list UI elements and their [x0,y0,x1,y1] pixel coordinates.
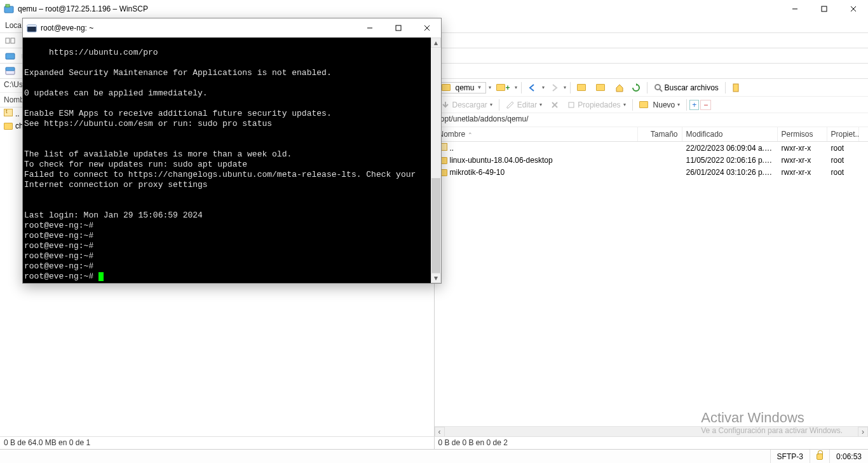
col-modified[interactable]: Modificado [682,127,778,141]
scroll-thumb[interactable] [431,178,440,273]
col-size[interactable]: Tamaño [638,127,682,141]
sort-asc-icon: ⌃ [468,132,473,138]
app-icon [4,4,14,14]
chevron-down-icon: ▼ [477,85,482,90]
svg-point-11 [655,85,660,90]
terminal-wrap: https://ubuntu.com/pro Expanded Security… [23,38,441,283]
remote-grid-header: Nombre⌃ Tamaño Modificado Permisos Propi… [435,127,869,142]
props-label: Propiedades [578,100,620,109]
back-button[interactable] [526,83,539,93]
terminal[interactable]: https://ubuntu.com/pro Expanded Security… [23,38,431,283]
remote-pane: qemu ▼ ▾ + ▾ ▾ ▾ Buscar archiv [435,79,869,449]
putty-window[interactable]: root@eve-ng: ~ https://ubuntu.com/pro Ex… [22,18,442,284]
drive-icon[interactable] [3,66,18,77]
plus-button[interactable]: + [689,100,699,110]
putty-maximize-button[interactable] [384,18,412,38]
putty-titlebar[interactable]: root@eve-ng: ~ [23,18,441,38]
svg-rect-6 [6,38,10,43]
table-row[interactable]: mikrotik-6-49-1026/01/2024 03:10:26 p. m… [435,166,869,178]
status-proto: SFTP-3 [770,450,810,463]
svg-rect-8 [6,53,15,59]
putty-title: root@eve-ng: ~ [41,24,355,32]
delete-button[interactable] [547,100,562,110]
svg-line-12 [660,89,662,92]
new-button[interactable]: Nuevo ▾ [635,99,684,111]
svg-rect-18 [27,25,36,27]
svg-rect-20 [396,25,401,31]
download-button[interactable]: Descargar ▾ [437,99,496,111]
properties-button[interactable]: Propiedades ▾ [564,99,629,111]
refresh-button[interactable] [629,82,643,93]
maximize-button[interactable] [810,0,839,18]
folder-icon [442,84,451,91]
status-lock [810,450,829,463]
svg-rect-13 [733,84,738,92]
table-row[interactable]: linux-ubuntu-18.04.06-desktop11/05/2022 … [435,154,869,166]
parent-dir-icon [4,109,13,116]
minus-button[interactable]: − [700,100,711,110]
titlebar: qemu – root@172.25.1.196 – WinSCP [0,0,868,18]
col-permissions[interactable]: Permisos [778,127,827,141]
dir-up-button[interactable] [574,83,591,92]
statusbar: SFTP-3 0:06:53 [0,449,868,463]
download-label: Descargar [452,100,487,109]
local-status: 0 B de 64.0 MB en 0 de 1 [0,436,434,449]
remote-nav: qemu ▼ ▾ + ▾ ▾ ▾ Buscar archiv [435,79,869,97]
remote-status: 0 B de 0 B en 0 de 2 [435,436,869,449]
scroll-up-icon[interactable]: ▴ [431,38,441,48]
window-title: qemu – root@172.25.1.196 – WinSCP [18,4,780,13]
local-label: Loca [3,20,24,31]
putty-minimize-button[interactable] [355,18,384,38]
svg-rect-3 [822,6,827,11]
remote-path: /opt/unetlab/addons/qemu/ [435,113,869,127]
find-button[interactable]: Buscar archivos [651,82,721,93]
remote-folder-combo[interactable]: qemu ▼ [437,82,487,93]
scroll-down-icon[interactable]: ▾ [431,273,441,283]
edit-button[interactable]: Editar ▾ [502,99,546,111]
window-controls [780,0,868,18]
svg-rect-16 [569,102,574,107]
terminal-scrollbar[interactable]: ▴ ▾ [431,38,441,283]
forward-button[interactable] [547,83,561,93]
putty-icon [27,23,37,33]
close-button[interactable] [839,0,868,18]
svg-rect-1 [6,4,10,7]
new-label: Nuevo [653,100,675,109]
status-time: 0:06:53 [829,450,868,463]
lock-icon [817,453,823,460]
bookmark-button[interactable] [729,82,742,93]
scroll-left-icon[interactable]: ‹ [435,427,445,437]
scroll-right-icon[interactable]: › [858,427,868,437]
sync-icon[interactable] [3,34,18,47]
folder-icon [4,123,13,130]
folder-icon [639,101,648,108]
cursor [98,272,104,281]
putty-controls [355,18,441,38]
remote-hscroll[interactable]: ‹ › [435,426,869,436]
chevron-down-icon[interactable]: ▾ [515,85,517,90]
scroll-track[interactable] [431,48,441,273]
minimize-button[interactable] [780,0,810,18]
remote-actions: Descargar ▾ Editar ▾ Propiedades ▾ [435,97,869,113]
remote-folder-name: qemu [456,83,475,92]
remote-grid[interactable]: Nombre⌃ Tamaño Modificado Permisos Propi… [435,127,869,426]
chevron-down-icon[interactable]: ▾ [542,85,545,90]
col-name[interactable]: Nombre⌃ [435,127,638,141]
dir-root-button[interactable] [593,83,610,92]
new-folder-button[interactable]: + [494,82,512,93]
session-icon[interactable] [3,50,18,62]
putty-close-button[interactable] [412,18,441,38]
table-row[interactable]: ..22/02/2023 06:09:04 a. m.rwxr-xr-xroot [435,142,869,154]
col-owner[interactable]: Propiet... [827,127,859,141]
svg-rect-7 [11,38,15,43]
home-button[interactable] [613,82,627,93]
edit-label: Editar [517,100,537,109]
svg-rect-10 [6,67,15,71]
find-label: Buscar archivos [664,83,718,92]
dropdown-icon[interactable]: ▾ [489,85,491,90]
chevron-down-icon[interactable]: ▾ [564,85,566,90]
